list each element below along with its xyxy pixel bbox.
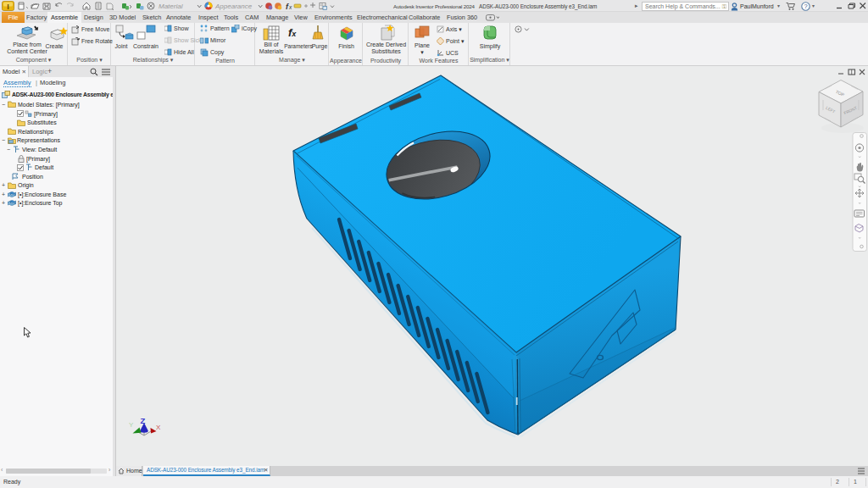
- svg-text:Appearance: Appearance: [214, 3, 253, 10]
- svg-text:Material: Material: [159, 3, 183, 10]
- svg-text:X: X: [156, 424, 161, 431]
- svg-text:?: ?: [804, 3, 807, 10]
- svg-text:I: I: [7, 3, 9, 11]
- svg-text:Z: Z: [141, 416, 146, 425]
- svg-text:x: x: [288, 4, 292, 10]
- svg-text:Y: Y: [129, 421, 134, 429]
